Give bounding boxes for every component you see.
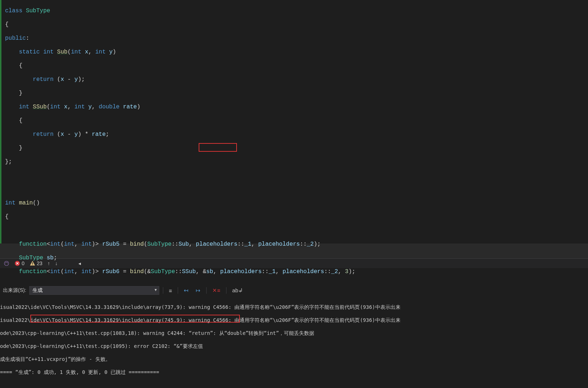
output-line: 成生成项目“C++11.vcxproj”的操作 - 失败。 xyxy=(0,356,585,362)
code-brace: { xyxy=(5,62,586,69)
keyword-static: static xyxy=(19,49,40,55)
output-line: isual2022\ide\VC\Tools\MSVC\14.33.31629\… xyxy=(0,317,585,323)
code-brace: { xyxy=(5,214,586,220)
keyword-public: public xyxy=(5,35,26,42)
type-function: function xyxy=(19,241,47,247)
output-panel[interactable]: isual2022\ide\VC\Tools\MSVC\14.33.31629\… xyxy=(0,296,588,388)
fn-main: main xyxy=(19,200,33,206)
keyword-int: int xyxy=(5,200,16,206)
code-brace: { xyxy=(5,21,586,28)
code-brace: { xyxy=(5,117,586,124)
output-line: isual2022\ide\VC\Tools\MSVC\14.33.31629\… xyxy=(0,304,585,310)
output-summary-line: ==== “生成”: 0 成功, 1 失败, 0 更新, 0 已跳过 =====… xyxy=(0,369,585,375)
code-brace: } xyxy=(5,90,586,97)
fn-bind: bind xyxy=(130,241,144,247)
code-editor[interactable]: class SubType { public: static int Sub(i… xyxy=(0,0,588,243)
var-rSub5: rSub5 xyxy=(102,241,120,247)
fn-SSub: SSub xyxy=(33,104,47,110)
code-brace: } xyxy=(5,145,586,152)
output-line: ode\2023\cpp-learning\C++11\test.cpp(108… xyxy=(0,330,585,336)
keyword-class: class xyxy=(5,8,22,14)
keyword-return: return xyxy=(33,131,54,138)
type-SubType: SubType xyxy=(26,8,50,14)
type-SubType: SubType xyxy=(19,255,43,261)
output-error-line: ode\2023\cpp-learning\C++11\test.cpp(109… xyxy=(0,343,585,349)
code-semicolon-brace: }; xyxy=(5,159,586,165)
fn-Sub: Sub xyxy=(57,49,68,55)
keyword-int: int xyxy=(43,49,54,55)
keyword-int: int xyxy=(19,104,29,110)
output-source-dropdown[interactable]: 生成 xyxy=(29,286,159,295)
var-rSub6: rSub6 xyxy=(102,268,120,275)
var-sb: sb xyxy=(47,255,53,261)
keyword-return: return xyxy=(33,76,54,83)
output-dropdown-value: 生成 xyxy=(33,287,43,293)
